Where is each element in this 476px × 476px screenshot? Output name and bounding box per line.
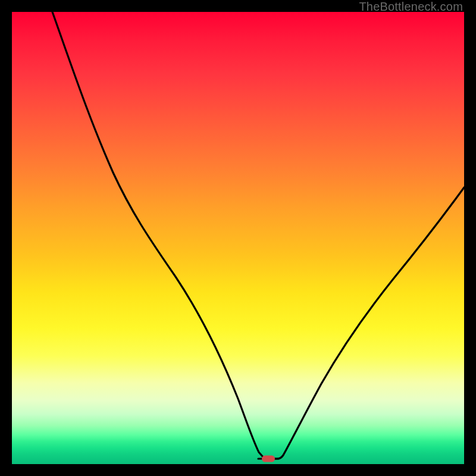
bottleneck-curve bbox=[12, 12, 464, 464]
min-marker bbox=[262, 456, 275, 462]
attribution-text: TheBottleneck.com bbox=[359, 0, 463, 14]
chart-plot-area bbox=[12, 12, 464, 464]
curve-path bbox=[52, 12, 464, 459]
chart-frame: TheBottleneck.com bbox=[0, 0, 476, 476]
